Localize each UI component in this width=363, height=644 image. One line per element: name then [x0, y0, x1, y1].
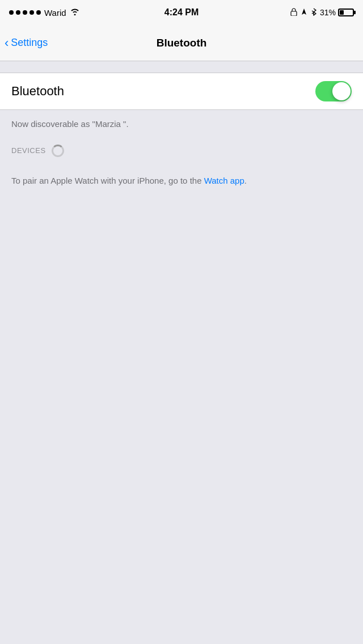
- signal-dots: [9, 10, 41, 15]
- devices-header: DEVICES: [11, 145, 352, 157]
- watch-text-after: .: [244, 176, 247, 185]
- main-content: Bluetooth Now discoverable as "Marzia ".…: [0, 61, 363, 188]
- back-label: Settings: [11, 37, 48, 49]
- watch-info: To pair an Apple Watch with your iPhone,…: [0, 163, 363, 188]
- watch-app-link[interactable]: Watch app: [204, 176, 244, 185]
- status-bar: Warid 4:24 PM 31%: [0, 0, 363, 25]
- description-section: Now discoverable as "Marzia ".: [0, 110, 363, 131]
- lock-icon: [290, 8, 297, 18]
- discoverable-text: Now discoverable as "Marzia ".: [11, 118, 352, 131]
- status-left: Warid: [9, 7, 80, 18]
- devices-section: DEVICES: [0, 131, 363, 163]
- bluetooth-toggle[interactable]: [315, 81, 352, 101]
- location-icon: [301, 8, 307, 18]
- nav-title: Bluetooth: [157, 37, 207, 49]
- back-chevron-icon: ‹: [5, 37, 9, 49]
- battery-container: 31%: [320, 8, 354, 17]
- wifi-icon: [70, 7, 80, 18]
- signal-dot-3: [23, 10, 27, 15]
- toggle-knob: [332, 82, 351, 100]
- back-button[interactable]: ‹ Settings: [5, 37, 48, 49]
- bluetooth-label: Bluetooth: [11, 84, 64, 99]
- nav-bar: ‹ Settings Bluetooth: [0, 25, 363, 61]
- signal-dot-4: [29, 10, 34, 15]
- battery-fill: [340, 10, 344, 15]
- bluetooth-card: Bluetooth: [0, 73, 363, 110]
- signal-dot-5: [36, 10, 41, 15]
- bluetooth-status-icon: [311, 8, 316, 18]
- battery-icon: [338, 9, 354, 16]
- status-time: 4:24 PM: [164, 7, 199, 18]
- status-right: 31%: [290, 8, 354, 18]
- bluetooth-row: Bluetooth: [0, 73, 363, 109]
- signal-dot-2: [16, 10, 20, 15]
- svg-rect-0: [291, 11, 297, 16]
- loading-spinner: [52, 145, 64, 157]
- section-spacer-top: [0, 61, 363, 73]
- devices-label: DEVICES: [11, 146, 46, 155]
- battery-percent: 31%: [320, 8, 336, 17]
- watch-text: To pair an Apple Watch with your iPhone,…: [11, 174, 352, 188]
- carrier-name: Warid: [44, 8, 66, 18]
- signal-dot-1: [9, 10, 14, 15]
- watch-text-before: To pair an Apple Watch with your iPhone,…: [11, 176, 204, 185]
